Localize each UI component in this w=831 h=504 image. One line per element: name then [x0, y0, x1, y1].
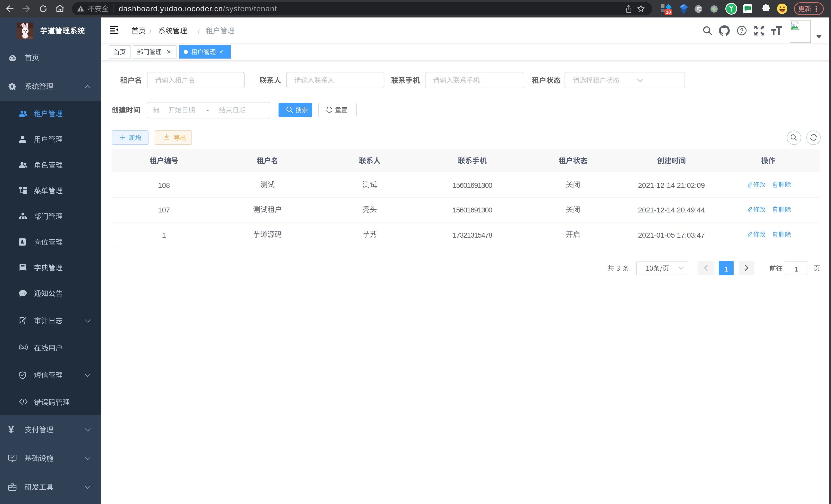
svg-text:?: ?: [740, 27, 744, 34]
svg-text:10: 10: [666, 10, 671, 15]
